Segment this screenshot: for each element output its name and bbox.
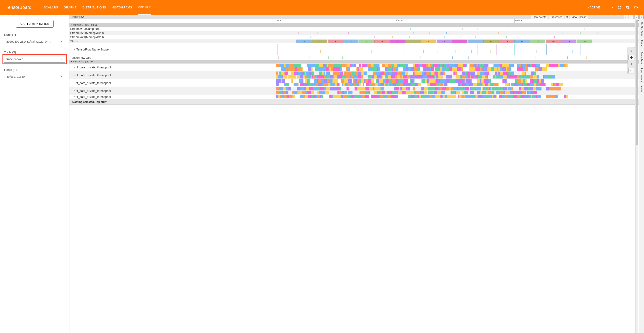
trace-event[interactable]	[462, 28, 462, 30]
trace-event[interactable]	[553, 56, 553, 59]
trace-event[interactable]	[471, 50, 472, 53]
trace-event[interactable]	[460, 36, 460, 38]
nav-help-button[interactable]: ?	[640, 15, 644, 19]
track-canvas[interactable]	[120, 71, 639, 79]
nav-forward-button[interactable]: →	[629, 15, 634, 19]
trace-event[interactable]	[550, 28, 550, 30]
disclosure-triangle-icon[interactable]: ▼	[74, 66, 76, 68]
trace-event[interactable]	[536, 28, 536, 30]
step-badge[interactable]: 16	[546, 40, 561, 43]
track-canvas[interactable]	[120, 95, 639, 99]
trace-event[interactable]	[507, 28, 508, 30]
trace-event[interactable]	[521, 28, 521, 30]
toolbar-view-options-button[interactable]: View Options	[570, 15, 588, 19]
toolbar-m-button[interactable]: M	[565, 15, 569, 19]
trace-event[interactable]	[387, 56, 387, 59]
trace-event[interactable]	[283, 50, 283, 53]
trace-event[interactable]	[521, 50, 521, 53]
track-canvas[interactable]	[120, 79, 639, 87]
disclosure-triangle-icon[interactable]: ▼	[74, 74, 76, 76]
trace-event[interactable]	[338, 50, 338, 53]
trace-event[interactable]	[506, 50, 506, 53]
step-badge[interactable]: 4	[359, 40, 374, 43]
nav-back-button[interactable]: ←	[624, 15, 628, 19]
step-badge[interactable]: 13	[499, 40, 514, 43]
trace-event[interactable]	[529, 32, 529, 34]
trace-event[interactable]	[547, 32, 547, 34]
trace-event[interactable]	[586, 56, 586, 59]
track-canvas[interactable]	[120, 87, 639, 95]
trace-event[interactable]	[562, 32, 562, 34]
track-canvas[interactable]	[120, 27, 639, 31]
trace-event[interactable]	[331, 32, 331, 34]
trace-event[interactable]	[379, 28, 379, 30]
trace-event[interactable]	[436, 56, 436, 59]
tab-profile[interactable]: PROFILE	[138, 0, 151, 15]
trace-event-group[interactable]	[276, 95, 598, 98]
trace-event[interactable]	[586, 36, 586, 38]
trace-event[interactable]	[309, 56, 310, 59]
trace-event[interactable]	[320, 50, 320, 53]
track-canvas[interactable]: 0123456789101112131415161718	[120, 39, 639, 43]
right-tab-metrics[interactable]: Metrics	[640, 38, 644, 50]
trace-event[interactable]	[584, 28, 584, 30]
nav-more-button[interactable]: »	[634, 15, 639, 19]
trace-event[interactable]	[494, 28, 494, 30]
trace-event-group[interactable]	[276, 87, 598, 90]
step-badge[interactable]: 11	[468, 40, 483, 43]
track-canvas[interactable]	[120, 56, 639, 60]
tab-distributions[interactable]: DISTRIBUTIONS	[82, 0, 106, 15]
scrollbar[interactable]	[635, 19, 638, 333]
right-tab-frame-data[interactable]: Frame Data	[640, 50, 644, 66]
trace-event[interactable]	[278, 56, 278, 59]
right-tab-file-size-stats[interactable]: File Size Stats	[640, 19, 644, 38]
trace-event[interactable]	[395, 28, 395, 30]
runs-select[interactable]: 20200409-231431/train/2020_04_... ▼	[4, 38, 65, 45]
disclosure-triangle-icon[interactable]: ▼	[74, 96, 76, 98]
help-icon[interactable]	[634, 5, 638, 10]
trace-event[interactable]	[281, 28, 281, 30]
trace-event[interactable]	[420, 56, 420, 59]
trace-event[interactable]	[330, 28, 330, 30]
trace-event-group[interactable]	[276, 91, 598, 94]
trace-event[interactable]	[281, 32, 281, 34]
step-badge[interactable]: 18	[577, 40, 592, 43]
trace-event[interactable]	[409, 36, 410, 38]
tab-graphs[interactable]: GRAPHS	[64, 0, 77, 15]
trace-event[interactable]	[363, 28, 363, 30]
arrow-down-icon[interactable]: ⬇	[628, 62, 634, 67]
trace-event[interactable]	[580, 32, 580, 34]
trace-event[interactable]	[597, 32, 598, 34]
section-cpu[interactable]: ▼ /host:CPU (pid 49) X	[70, 60, 639, 64]
trace-event-group[interactable]	[276, 75, 598, 78]
refresh-icon[interactable]	[617, 5, 622, 10]
trace-event[interactable]	[464, 32, 464, 34]
track-canvas[interactable]	[120, 35, 639, 39]
toolbar-processes-button[interactable]: Processes	[548, 15, 564, 19]
trace-event[interactable]	[358, 56, 358, 59]
section-gpu[interactable]: ▼ /device:GPU:0 (pid 0) X	[70, 23, 639, 27]
trace-event[interactable]	[438, 50, 438, 53]
step-badge[interactable]: 7	[406, 40, 421, 43]
trace-event[interactable]	[498, 32, 498, 34]
track-canvas[interactable]	[120, 43, 639, 56]
trace-event[interactable]	[299, 28, 299, 30]
trace-event[interactable]	[468, 56, 469, 59]
trace-event[interactable]	[372, 50, 372, 53]
trace-event[interactable]	[536, 50, 536, 53]
right-tab-alerts[interactable]: Alerts	[640, 84, 644, 94]
trace-event[interactable]	[392, 36, 393, 38]
trace-event[interactable]	[365, 32, 365, 34]
toolbar-flow-events-button[interactable]: Flow events	[531, 15, 548, 19]
trace-event[interactable]	[486, 56, 487, 59]
trace-event-group[interactable]	[276, 72, 598, 75]
trace-event[interactable]	[535, 56, 536, 59]
track-canvas[interactable]	[120, 31, 639, 35]
trace-event-group[interactable]	[276, 68, 598, 71]
trace-event-group[interactable]	[276, 64, 598, 67]
right-tab-input-latency[interactable]: Input Latency	[640, 66, 644, 84]
trace-event-group[interactable]	[276, 83, 598, 86]
trace-event[interactable]	[478, 28, 478, 30]
trace-event[interactable]	[372, 56, 372, 59]
disclosure-triangle-icon[interactable]: ▼	[74, 49, 76, 50]
